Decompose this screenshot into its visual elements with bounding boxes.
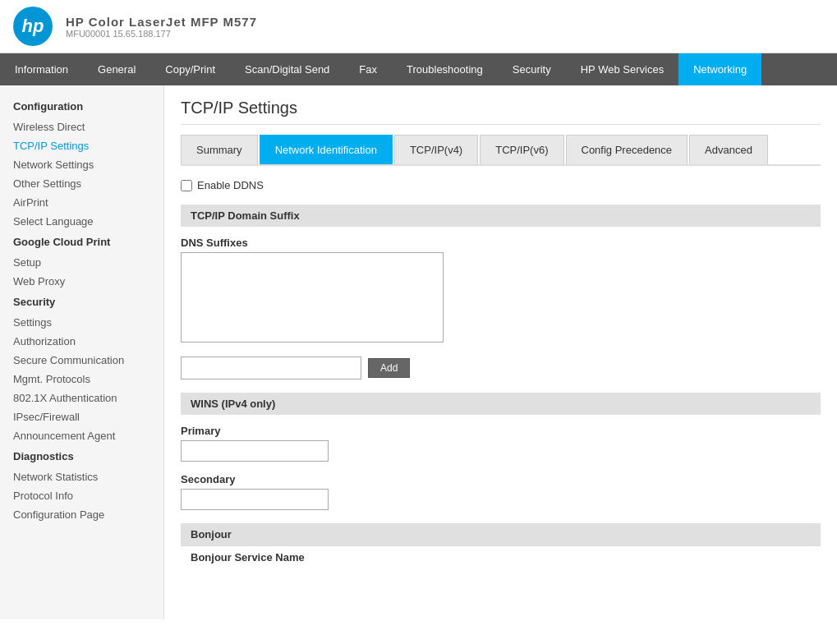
nav-item-general[interactable]: General: [83, 53, 150, 85]
sidebar-item-web-proxy[interactable]: Web Proxy: [0, 272, 163, 291]
enable-ddns-checkbox[interactable]: [181, 180, 192, 191]
nav-item-fax[interactable]: Fax: [344, 53, 392, 85]
main-content: TCP/IP Settings SummaryNetwork Identific…: [164, 85, 837, 619]
tab-network-identification[interactable]: Network Identification: [260, 135, 393, 164]
sidebar-item-ipsec-firewall[interactable]: IPsec/Firewall: [0, 407, 163, 426]
sidebar-item-airprint[interactable]: AirPrint: [0, 193, 163, 212]
add-row: Add: [181, 356, 821, 380]
header: hp HP Color LaserJet MFP M577 MFU00001 1…: [0, 0, 837, 53]
device-name: HP Color LaserJet MFP M577: [66, 15, 257, 29]
sidebar-item-network-settings[interactable]: Network Settings: [0, 155, 163, 174]
nav-item-networking[interactable]: Networking: [678, 53, 761, 85]
tab-tcpip-v6[interactable]: TCP/IP(v6): [480, 135, 563, 164]
sidebar-item-tcpip-settings[interactable]: TCP/IP Settings: [0, 136, 163, 155]
primary-input[interactable]: [181, 440, 329, 462]
navbar: InformationGeneralCopy/PrintScan/Digital…: [0, 53, 837, 85]
tab-config-precedence[interactable]: Config Precedence: [566, 135, 688, 164]
secondary-label: Secondary: [181, 473, 821, 485]
nav-item-security[interactable]: Security: [498, 53, 566, 85]
nav-item-information[interactable]: Information: [0, 53, 83, 85]
device-sub: MFU00001 15.65.188.177: [66, 29, 257, 39]
sidebar-item-select-language[interactable]: Select Language: [0, 212, 163, 231]
tab-summary[interactable]: Summary: [181, 135, 258, 164]
nav-item-scan-digital-send[interactable]: Scan/Digital Send: [230, 53, 344, 85]
sidebar: ConfigurationWireless DirectTCP/IP Setti…: [0, 85, 164, 619]
primary-group: Primary: [181, 425, 821, 462]
secondary-input[interactable]: [181, 489, 329, 510]
sidebar-item-network-statistics[interactable]: Network Statistics: [0, 467, 163, 486]
sidebar-item-announcement-agent[interactable]: Announcement Agent: [0, 426, 163, 445]
add-button[interactable]: Add: [368, 358, 410, 378]
layout: ConfigurationWireless DirectTCP/IP Setti…: [0, 85, 837, 619]
tab-advanced[interactable]: Advanced: [689, 135, 768, 164]
wins-section: Primary Secondary: [181, 425, 821, 510]
logo-text: hp: [22, 16, 44, 37]
sidebar-section-diagnostics: Diagnostics: [0, 445, 163, 467]
sidebar-item-secure-communication[interactable]: Secure Communication: [0, 351, 163, 370]
tab-tcpip-v4[interactable]: TCP/IP(v4): [394, 135, 478, 164]
nav-item-hp-web-services[interactable]: HP Web Services: [566, 53, 678, 85]
content-area: Enable DDNS TCP/IP Domain Suffix DNS Suf…: [181, 166, 821, 582]
sidebar-item-protocol-info[interactable]: Protocol Info: [0, 486, 163, 505]
dns-suffixes-textarea[interactable]: [181, 252, 444, 343]
sidebar-item-authorization[interactable]: Authorization: [0, 332, 163, 351]
wins-header: WINS (IPv4 only): [181, 393, 821, 415]
sidebar-item-wireless-direct[interactable]: Wireless Direct: [0, 117, 163, 136]
tabs: SummaryNetwork IdentificationTCP/IP(v4)T…: [181, 135, 821, 166]
nav-item-troubleshooting[interactable]: Troubleshooting: [392, 53, 498, 85]
sidebar-item-mgmt-protocols[interactable]: Mgmt. Protocols: [0, 370, 163, 389]
bonjour-service-name-label: Bonjour Service Name: [181, 545, 821, 568]
add-dns-input[interactable]: [181, 356, 361, 380]
sidebar-section-configuration: Configuration: [0, 95, 163, 117]
secondary-group: Secondary: [181, 473, 821, 510]
sidebar-item-setup[interactable]: Setup: [0, 253, 163, 272]
sidebar-item-other-settings[interactable]: Other Settings: [0, 174, 163, 193]
bonjour-section: Bonjour Bonjour Service Name: [181, 523, 821, 568]
hp-logo: hp: [13, 7, 53, 46]
header-title: HP Color LaserJet MFP M577 MFU00001 15.6…: [66, 15, 257, 39]
primary-label: Primary: [181, 425, 821, 437]
tcp-domain-suffix-header: TCP/IP Domain Suffix: [181, 205, 821, 227]
sidebar-item-802-1x-auth[interactable]: 802.1X Authentication: [0, 389, 163, 407]
enable-ddns-row: Enable DDNS: [181, 179, 821, 191]
sidebar-item-settings[interactable]: Settings: [0, 313, 163, 332]
sidebar-item-configuration-page[interactable]: Configuration Page: [0, 505, 163, 524]
dns-suffixes-group: DNS Suffixes: [181, 237, 821, 345]
enable-ddns-label: Enable DDNS: [197, 179, 264, 191]
nav-item-copy-print[interactable]: Copy/Print: [150, 53, 230, 85]
sidebar-section-security: Security: [0, 291, 163, 313]
dns-suffixes-label: DNS Suffixes: [181, 237, 821, 249]
bonjour-header: Bonjour: [181, 523, 821, 545]
page-title: TCP/IP Settings: [181, 99, 821, 125]
sidebar-section-google-cloud-print: Google Cloud Print: [0, 231, 163, 253]
